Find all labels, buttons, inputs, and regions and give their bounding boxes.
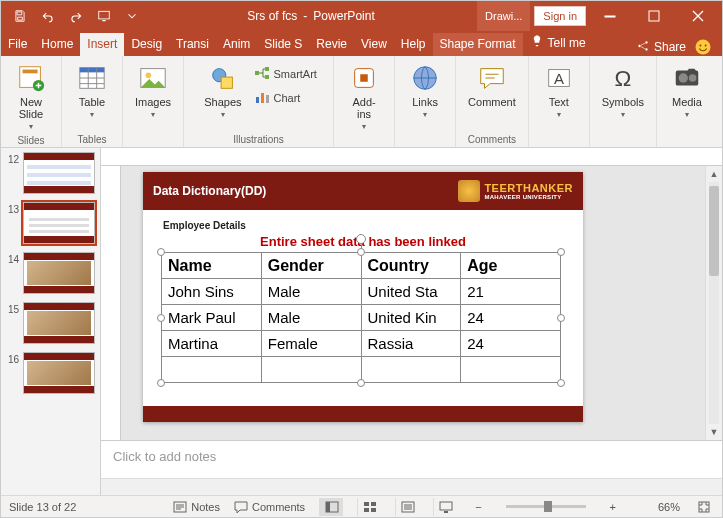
thumbnail-14[interactable]: 14 [5, 252, 96, 294]
thumbnail[interactable] [23, 252, 95, 294]
maximize-button[interactable] [634, 1, 674, 31]
images-button[interactable]: Images ▾ [131, 60, 175, 121]
zoom-in-button[interactable]: + [606, 501, 620, 513]
close-button[interactable] [678, 1, 718, 31]
table-button[interactable]: Table ▾ [70, 60, 114, 121]
tab-view[interactable]: View [354, 33, 394, 56]
col-header: Age [461, 253, 561, 279]
tab-shape-format[interactable]: Shape Format [433, 33, 523, 56]
slide-header: Data Dictionary(DD) TEERTHANKER MAHAVEER… [143, 172, 583, 210]
comments-toggle[interactable]: Comments [234, 501, 305, 513]
tab-file[interactable]: File [1, 33, 34, 56]
thumb-number: 16 [5, 352, 19, 365]
reading-view-button[interactable] [395, 498, 419, 516]
links-button[interactable]: Links ▾ [403, 60, 447, 121]
scroll-up-icon[interactable]: ▲ [706, 166, 722, 182]
chevron-down-icon: ▾ [151, 110, 155, 119]
slide-thumbnails-panel[interactable]: 12 13 14 15 16 [1, 148, 101, 495]
notes-toggle[interactable]: Notes [173, 501, 220, 513]
tab-insert[interactable]: Insert [80, 33, 124, 56]
qat-customize-icon[interactable] [119, 3, 145, 29]
zoom-percent[interactable]: 66% [634, 501, 680, 513]
new-slide-button[interactable]: New Slide ▾ [9, 60, 53, 133]
normal-view-button[interactable] [319, 498, 343, 516]
rotate-handle[interactable] [356, 234, 366, 244]
symbols-button[interactable]: Ω Symbols ▾ [598, 60, 648, 121]
zoom-slider-knob[interactable] [544, 501, 552, 512]
thumbnail[interactable] [23, 302, 95, 344]
resize-handle[interactable] [557, 314, 565, 322]
slide-canvas[interactable]: Data Dictionary(DD) TEERTHANKER MAHAVEER… [121, 166, 705, 440]
media-label: Media [672, 96, 702, 108]
resize-handle[interactable] [357, 379, 365, 387]
fit-to-window-button[interactable] [694, 498, 714, 516]
smartart-button[interactable]: SmartArt [254, 64, 317, 84]
resize-handle[interactable] [557, 248, 565, 256]
scroll-thumb[interactable] [709, 186, 719, 276]
horizontal-scrollbar[interactable] [101, 478, 722, 495]
tab-help[interactable]: Help [394, 33, 433, 56]
chart-button[interactable]: Chart [254, 88, 317, 108]
thumbnail-13[interactable]: 13 [5, 202, 96, 244]
notes-placeholder: Click to add notes [113, 449, 216, 464]
horizontal-ruler[interactable] [101, 148, 722, 166]
tab-review[interactable]: Revie [309, 33, 354, 56]
feedback-smiley-icon[interactable] [694, 38, 712, 56]
zoom-out-button[interactable]: − [471, 501, 485, 513]
resize-handle[interactable] [557, 379, 565, 387]
notes-pane[interactable]: Click to add notes [101, 440, 722, 478]
resize-handle[interactable] [357, 248, 365, 256]
sign-in-button[interactable]: Sign in [534, 6, 586, 26]
chart-icon [254, 89, 270, 107]
resize-handle[interactable] [157, 248, 165, 256]
scroll-down-icon[interactable]: ▼ [706, 424, 722, 440]
tab-design[interactable]: Desig [124, 33, 169, 56]
thumbnail[interactable] [23, 202, 95, 244]
comment-button[interactable]: Comment [464, 60, 520, 110]
thumbnail[interactable] [23, 152, 95, 194]
images-label: Images [135, 96, 171, 108]
document-title: Srs of fcs [247, 9, 297, 23]
redo-icon[interactable] [63, 3, 89, 29]
slide-counter[interactable]: Slide 13 of 22 [9, 501, 76, 513]
thumbnail[interactable] [23, 352, 95, 394]
linked-table-object[interactable]: Name Gender Country Age John SinsMaleUni… [161, 252, 561, 383]
resize-handle[interactable] [157, 379, 165, 387]
zoom-slider[interactable] [506, 505, 586, 508]
group-label-comments: Comments [464, 132, 520, 145]
tab-animations[interactable]: Anim [216, 33, 257, 56]
tab-transitions[interactable]: Transi [169, 33, 216, 56]
slide-footer-bar [143, 406, 583, 422]
group-images: Images ▾ [123, 56, 184, 147]
media-button[interactable]: Media ▾ [665, 60, 709, 121]
save-icon[interactable] [7, 3, 33, 29]
comments-icon [234, 501, 248, 513]
addins-button[interactable]: Add- ins ▾ [342, 60, 386, 133]
share-button[interactable]: Share [636, 39, 686, 56]
col-header: Name [162, 253, 262, 279]
thumbnail-15[interactable]: 15 [5, 302, 96, 344]
chevron-down-icon: ▾ [221, 110, 225, 119]
minimize-button[interactable] [590, 1, 630, 31]
collapse-ribbon-icon[interactable] [717, 56, 723, 147]
vertical-scrollbar[interactable]: ▲ ▼ [705, 166, 722, 440]
contextual-tab-drawing[interactable]: Drawi... [477, 1, 530, 31]
tell-me[interactable]: Tell me [523, 30, 593, 56]
resize-handle[interactable] [157, 314, 165, 322]
new-slide-icon [15, 62, 47, 94]
text-button[interactable]: A Text ▾ [537, 60, 581, 121]
tab-slideshow[interactable]: Slide S [257, 33, 309, 56]
window-title: Srs of fcs - PowerPoint [145, 9, 477, 23]
slideshow-view-button[interactable] [433, 498, 457, 516]
start-from-beginning-icon[interactable] [91, 3, 117, 29]
shapes-button[interactable]: Shapes ▾ [200, 60, 245, 121]
slide[interactable]: Data Dictionary(DD) TEERTHANKER MAHAVEER… [143, 172, 583, 422]
group-label-slides: Slides [9, 133, 53, 146]
vertical-ruler[interactable] [101, 166, 121, 440]
section-title: Employee Details [163, 220, 246, 231]
tab-home[interactable]: Home [34, 33, 80, 56]
slide-sorter-view-button[interactable] [357, 498, 381, 516]
thumbnail-12[interactable]: 12 [5, 152, 96, 194]
thumbnail-16[interactable]: 16 [5, 352, 96, 394]
undo-icon[interactable] [35, 3, 61, 29]
